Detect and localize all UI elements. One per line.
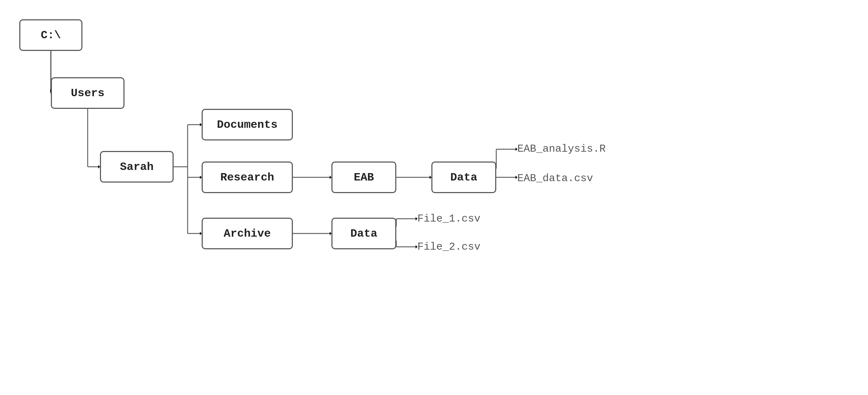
node-c-drive: C:\ [19, 19, 82, 51]
file-eab-analysis: EAB_analysis.R [517, 143, 606, 155]
file-eab-data-csv: EAB_data.csv [517, 172, 593, 184]
file-file1: File_1.csv [417, 213, 480, 225]
node-research: Research [202, 162, 293, 193]
directory-tree-diagram: C:\ Users Sarah Documents Research Archi… [0, 0, 868, 395]
node-archive-data: Data [331, 218, 396, 249]
node-sarah: Sarah [100, 151, 174, 183]
node-archive: Archive [202, 218, 293, 249]
node-documents: Documents [202, 109, 293, 140]
file-file2: File_2.csv [417, 241, 480, 253]
connectors [0, 0, 868, 395]
node-eab: EAB [331, 162, 396, 193]
node-eab-data: Data [431, 162, 496, 193]
node-users: Users [51, 77, 125, 109]
